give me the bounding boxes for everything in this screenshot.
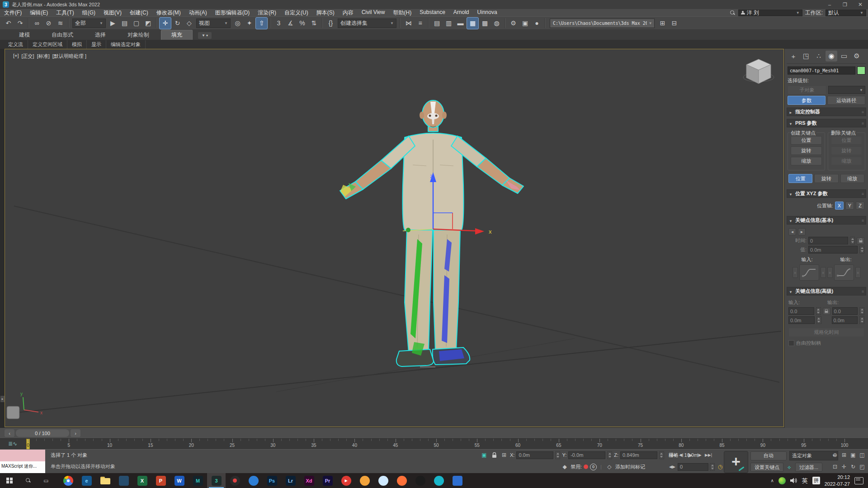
edit-named-selection-icon[interactable]: {} <box>325 18 336 29</box>
z-coordinate-field[interactable]: 0.849m <box>620 451 657 459</box>
ribbon-tab-4[interactable]: 填充 <box>161 30 193 40</box>
delete-rotation-key-button[interactable]: 旋转 <box>831 146 862 155</box>
taskbar-app-app-blue-sq[interactable] <box>448 473 467 488</box>
bind-to-space-warp-icon[interactable]: ≋ <box>55 18 66 29</box>
menu-item-15[interactable]: Substance <box>415 9 449 17</box>
taskbar-search-icon[interactable] <box>19 473 37 488</box>
import-scene-icon[interactable]: ⊞ <box>657 18 668 29</box>
taskbar-app-3dsmax[interactable]: 3 <box>207 473 226 488</box>
x-coordinate-field[interactable]: 0.0m <box>516 451 553 459</box>
modify-tab-icon[interactable]: ◳ <box>800 51 812 61</box>
open-folder-icon[interactable]: ⊟ <box>669 18 680 29</box>
delete-position-key-button[interactable]: 位置 <box>831 136 862 145</box>
use-pivot-center-icon[interactable]: ◎ <box>232 18 243 29</box>
prev-key-icon[interactable]: ◀| <box>677 451 685 459</box>
zoom-extents-all-icon[interactable]: ◫ <box>858 451 866 459</box>
key-filters-icon[interactable]: ⟡ <box>785 463 793 471</box>
ribbon-subtab-3[interactable]: 显示 <box>87 40 106 49</box>
taskbar-app-app-red[interactable]: ▸ <box>337 473 355 488</box>
zoom-region-icon[interactable]: ⊡ <box>831 463 839 471</box>
spinner-snap-icon[interactable]: ⇅ <box>308 18 320 29</box>
x-spinner[interactable] <box>555 451 560 459</box>
mirror-icon[interactable]: ⋈ <box>403 18 414 29</box>
character-model[interactable] <box>340 100 524 366</box>
menu-item-17[interactable]: Uinnova <box>473 9 501 17</box>
select-by-name-icon[interactable]: ▤ <box>119 18 130 29</box>
angle-snap-icon[interactable]: ∡ <box>285 18 296 29</box>
menu-item-12[interactable]: 内容 <box>339 9 358 17</box>
select-and-scale-icon[interactable]: ◇ <box>184 18 195 29</box>
time-spinner[interactable] <box>850 237 855 244</box>
key-info-basic-header[interactable]: 关键点信息(基本) ≡ <box>787 216 866 225</box>
create-rotation-key-button[interactable]: 旋转 <box>791 146 822 155</box>
adv-lock-button[interactable] <box>823 308 830 315</box>
taskbar-app-lightroom[interactable]: Lr <box>281 473 300 488</box>
next-key-icon[interactable]: |▶ <box>695 451 703 459</box>
create-tab-icon[interactable]: + <box>788 51 799 61</box>
menu-item-5[interactable]: 创建(C) <box>126 9 152 17</box>
position-track-button[interactable]: 位置 <box>788 174 812 183</box>
dock-flyout-button[interactable]: ▸ <box>0 396 5 402</box>
schematic-view-icon[interactable]: ▩ <box>479 18 491 29</box>
gizmo-y-handle[interactable] <box>406 228 410 232</box>
taskbar-app-edge[interactable]: e <box>77 473 96 488</box>
adv-in-spinner-1[interactable] <box>816 307 821 315</box>
parameters-button[interactable]: 参数 <box>788 96 826 105</box>
taskbar-app-app-red-dot[interactable] <box>226 473 244 488</box>
taskbar-app-firefox[interactable] <box>392 473 411 488</box>
auto-key-button[interactable]: 自动 <box>750 451 787 460</box>
project-folder-path[interactable]: C:\Users\Chaos\Documents\3ds Max 2022▼ <box>550 19 655 28</box>
zoom-extents-icon[interactable]: ▣ <box>849 451 857 459</box>
menu-item-7[interactable]: 动画(A) <box>185 9 211 17</box>
close-button[interactable]: ✕ <box>853 0 868 9</box>
in-flyout-right-button[interactable]: ○ <box>821 267 826 278</box>
select-object-icon[interactable]: ▶ <box>107 18 118 29</box>
menu-item-14[interactable]: 帮助(H) <box>389 9 415 17</box>
notification-center-icon[interactable] <box>854 477 863 484</box>
curve-editor-icon[interactable]: ▦ <box>467 17 479 29</box>
object-color-swatch[interactable] <box>857 66 865 75</box>
volume-icon[interactable] <box>790 478 797 483</box>
ribbon-subtab-0[interactable]: 定义流 <box>4 40 28 49</box>
orbit-icon[interactable]: ↻ <box>849 463 857 471</box>
taskbar-app-chrome[interactable] <box>59 473 77 488</box>
maximize-button[interactable]: ❐ <box>837 0 853 9</box>
normalize-time-button[interactable]: 规格化时间 <box>788 328 864 337</box>
maximize-viewport-icon[interactable]: ◰ <box>858 463 866 471</box>
menu-item-0[interactable]: 文件(F) <box>0 9 26 17</box>
adv-out-spinner-2[interactable] <box>859 316 864 324</box>
zero-badge[interactable]: 0 <box>590 464 597 470</box>
select-and-manipulate-icon[interactable]: ✦ <box>244 18 255 29</box>
viewport-label-0[interactable]: [+] <box>13 53 19 60</box>
time-configuration-icon[interactable]: ◷ <box>716 463 724 471</box>
prev-key-button[interactable]: ◄ <box>788 228 796 235</box>
start-button[interactable] <box>0 473 19 488</box>
keyboard-override-toggle-icon[interactable]: ⇧ <box>255 17 268 29</box>
taskbar-app-file-explorer[interactable] <box>96 473 114 488</box>
maxscript-mini-listener[interactable]: MAXScript 迷你... <box>0 450 45 474</box>
viewport-layout-tab[interactable] <box>7 406 19 419</box>
material-editor-icon[interactable]: ◍ <box>491 18 502 29</box>
reference-coordinate-dropdown[interactable]: 视图▼ <box>196 19 231 28</box>
menu-item-3[interactable]: 组(G) <box>78 9 99 17</box>
in-flyout-left-button[interactable]: ○ <box>793 267 798 278</box>
signin-user-dropdown[interactable]: 洋 刘 ▼ <box>738 9 802 16</box>
search-icon[interactable] <box>730 10 736 16</box>
selection-lock-icon[interactable] <box>490 451 498 459</box>
value-spinner[interactable] <box>859 246 864 253</box>
rect-selection-region-icon[interactable]: ▢ <box>131 18 142 29</box>
menu-item-13[interactable]: Civil View <box>358 9 389 17</box>
zoom-all-icon[interactable]: ⊞ <box>840 451 848 459</box>
menu-item-11[interactable]: 脚本(S) <box>312 9 339 17</box>
taskbar-app-premiere[interactable]: Pr <box>318 473 337 488</box>
add-time-tag[interactable]: 添加时间标记 <box>615 464 645 470</box>
minimize-button[interactable]: – <box>822 0 837 9</box>
language-indicator[interactable]: 英 <box>802 477 808 485</box>
taskbar-app-app-orange[interactable] <box>355 473 374 488</box>
zoom-icon[interactable]: ⊕ <box>831 451 839 459</box>
next-key-button[interactable]: ► <box>798 228 806 235</box>
adv-out-field-2[interactable]: 0.0m <box>832 316 858 324</box>
ribbon-tab-0[interactable]: 建模 <box>9 30 40 40</box>
rendered-frame-icon[interactable]: ▣ <box>519 18 531 29</box>
create-scale-key-button[interactable]: 缩放 <box>791 157 822 165</box>
